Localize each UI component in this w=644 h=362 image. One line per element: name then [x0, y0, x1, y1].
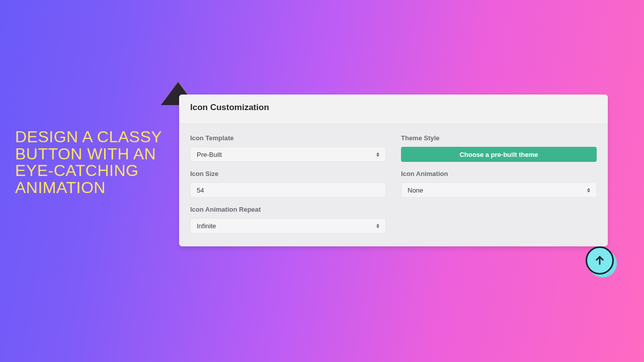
label-icon-template: Icon Template: [190, 134, 386, 142]
chevron-up-down-icon: [375, 151, 380, 158]
field-icon-template: Icon Template Pre-Built: [190, 134, 386, 162]
input-value: 54: [197, 187, 204, 194]
card-title: Icon Customization: [190, 103, 597, 113]
select-value: None: [408, 187, 423, 194]
select-icon-animation-repeat[interactable]: Infinite: [190, 218, 386, 233]
page-headline: DESIGN A CLASSY BUTTON WITH AN EYE-CATCH…: [15, 129, 166, 196]
card-header: Icon Customization: [179, 95, 608, 124]
arrow-up-icon: [594, 255, 605, 266]
label-theme-style: Theme Style: [401, 134, 597, 142]
scroll-to-top-button[interactable]: [586, 246, 617, 278]
input-icon-size[interactable]: 54: [190, 183, 386, 198]
field-theme-style: Theme Style Choose a pre-built theme: [401, 134, 597, 162]
label-icon-animation-repeat: Icon Animation Repeat: [190, 206, 386, 213]
label-icon-size: Icon Size: [190, 170, 386, 177]
select-icon-animation[interactable]: None: [401, 183, 597, 198]
icon-customization-card: Icon Customization Icon Template Pre-Bui…: [179, 95, 608, 246]
field-icon-size: Icon Size 54: [190, 170, 386, 198]
select-value: Infinite: [197, 222, 216, 230]
field-icon-animation: Icon Animation None: [401, 170, 597, 198]
label-icon-animation: Icon Animation: [401, 170, 597, 177]
chevron-up-down-icon: [375, 222, 380, 229]
choose-theme-button[interactable]: Choose a pre-built theme: [401, 147, 597, 162]
card-body: Icon Template Pre-Built Theme Style Choo…: [179, 124, 608, 246]
select-value: Pre-Built: [197, 151, 222, 158]
select-icon-template[interactable]: Pre-Built: [190, 147, 386, 162]
chevron-up-down-icon: [586, 187, 591, 194]
fab-circle: [586, 246, 614, 275]
field-icon-animation-repeat: Icon Animation Repeat Infinite: [190, 206, 386, 233]
